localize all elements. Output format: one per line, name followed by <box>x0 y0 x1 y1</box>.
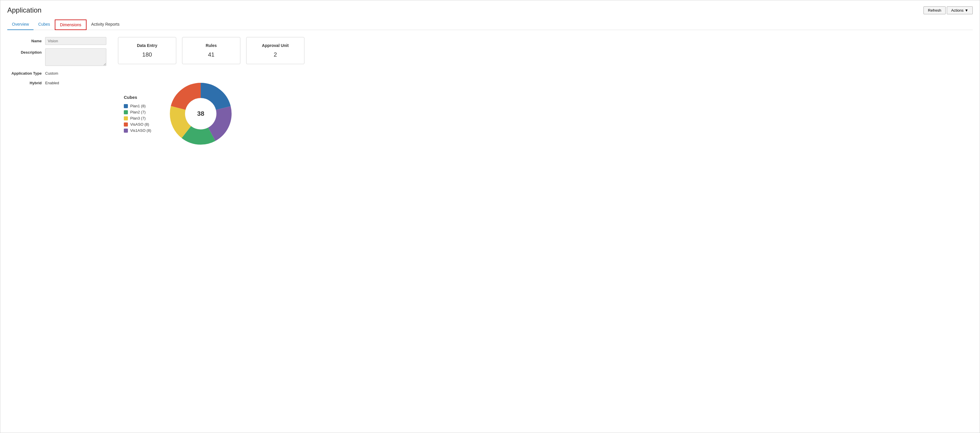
tab-overview[interactable]: Overview <box>7 19 33 30</box>
chart-legend: Cubes Plan1 (8) Plan2 (7) Plan3 (7) <box>124 95 151 133</box>
legend-label-plan2: Plan2 (7) <box>130 110 146 114</box>
description-row: Description <box>7 48 107 66</box>
chart-title: Cubes <box>124 95 151 100</box>
stat-approval-label: Approval Unit <box>258 43 293 48</box>
legend-dot-visaso <box>124 123 128 126</box>
stat-rules-label: Rules <box>194 43 228 48</box>
chart-section: Cubes Plan1 (8) Plan2 (7) Plan3 (7) <box>118 76 973 152</box>
stat-rules-value: 41 <box>194 51 228 58</box>
actions-button[interactable]: Actions ▼ <box>947 6 973 14</box>
name-input[interactable] <box>45 37 107 45</box>
hybrid-label: Hybrid <box>7 79 45 85</box>
hybrid-row: Hybrid Enabled <box>7 79 107 85</box>
app-type-value: Custom <box>45 69 58 75</box>
legend-item-visaso: VisASO (8) <box>124 122 151 126</box>
legend-dot-plan1 <box>124 104 128 108</box>
stat-card-approval-unit: Approval Unit 2 <box>246 37 304 64</box>
legend-label-plan1: Plan1 (8) <box>130 104 146 108</box>
content-area: Name Description Application Type Custom… <box>7 37 973 152</box>
page-wrapper: Application Refresh Actions ▼ Overview C… <box>0 0 980 433</box>
legend-label-visaso: VisASO (8) <box>130 122 149 126</box>
name-label: Name <box>7 37 45 43</box>
app-type-label: Application Type <box>7 69 45 75</box>
page-title: Application <box>7 6 41 14</box>
page-header: Application Refresh Actions ▼ <box>7 6 973 14</box>
stat-data-entry-value: 180 <box>130 51 164 58</box>
right-panel: Data Entry 180 Rules 41 Approval Unit 2 … <box>118 37 973 152</box>
tab-activity-reports[interactable]: Activity Reports <box>86 19 124 30</box>
left-panel: Name Description Application Type Custom… <box>7 37 107 152</box>
hybrid-value: Enabled <box>45 79 59 85</box>
tab-cubes[interactable]: Cubes <box>33 19 54 30</box>
legend-dot-vis1aso <box>124 129 128 133</box>
refresh-button[interactable]: Refresh <box>923 6 946 14</box>
donut-chart-svg: 38 <box>163 76 239 152</box>
stat-card-rules: Rules 41 <box>182 37 240 64</box>
tab-dimensions[interactable]: Dimensions <box>55 19 86 30</box>
app-type-row: Application Type Custom <box>7 69 107 75</box>
tabs-nav: Overview Cubes Dimensions Activity Repor… <box>7 19 973 30</box>
donut-center-text: 38 <box>197 110 204 117</box>
stats-cards: Data Entry 180 Rules 41 Approval Unit 2 <box>118 37 973 64</box>
legend-item-plan1: Plan1 (8) <box>124 104 151 108</box>
legend-dot-plan3 <box>124 116 128 120</box>
legend-item-plan3: Plan3 (7) <box>124 116 151 120</box>
legend-dot-plan2 <box>124 110 128 114</box>
legend-item-plan2: Plan2 (7) <box>124 110 151 114</box>
legend-label-plan3: Plan3 (7) <box>130 116 146 120</box>
description-label: Description <box>7 48 45 54</box>
name-row: Name <box>7 37 107 45</box>
stat-approval-value: 2 <box>258 51 293 58</box>
stat-card-data-entry: Data Entry 180 <box>118 37 176 64</box>
description-textarea[interactable] <box>45 48 107 66</box>
legend-item-vis1aso: Vis1ASO (8) <box>124 128 151 133</box>
stat-data-entry-label: Data Entry <box>130 43 164 48</box>
header-actions: Refresh Actions ▼ <box>923 6 973 14</box>
donut-chart-container: 38 <box>163 76 239 152</box>
legend-label-vis1aso: Vis1ASO (8) <box>130 128 151 133</box>
